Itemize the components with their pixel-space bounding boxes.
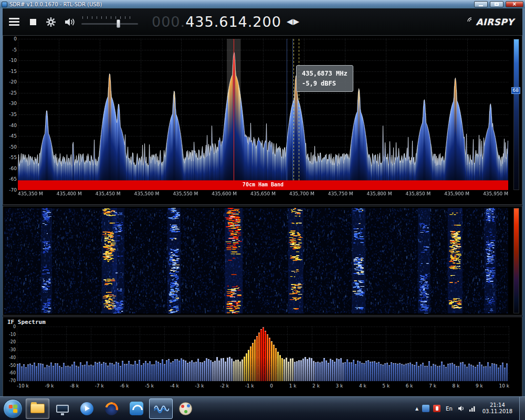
tray-expand-button[interactable]: ▲ — [415, 406, 418, 411]
tick-label: 435,950 M — [483, 191, 508, 196]
tray-app-icon[interactable] — [422, 405, 429, 412]
tick-label: 435,500 M — [134, 191, 160, 196]
tick-label: 5 k — [382, 383, 390, 388]
language-indicator[interactable]: En — [444, 405, 454, 412]
windows-flag-icon — [9, 404, 18, 413]
airspy-arcs-icon — [467, 17, 475, 25]
tune-left-button[interactable]: ◀ — [287, 18, 293, 26]
system-tray: ▲ En 21:14 03.11.2018 — [415, 397, 525, 420]
media-player-icon — [80, 402, 93, 415]
tick-label: -55 — [9, 155, 17, 160]
close-icon: × — [512, 2, 517, 7]
tick-label: -70 — [9, 187, 17, 193]
cursor-tooltip: 435,6873 MHz -5,9 dBFS — [296, 65, 353, 92]
tooltip-frequency: 435,6873 MHz — [302, 69, 348, 79]
start-button[interactable] — [3, 399, 23, 418]
taskbar-item-paint[interactable] — [174, 398, 197, 419]
tick-label: 0 — [270, 383, 273, 388]
tick-label: 7 k — [429, 383, 436, 388]
volume-slider-track — [81, 23, 138, 25]
frequency-display[interactable]: 000.435.614.200 — [152, 14, 281, 30]
tick-label: -45 — [9, 133, 17, 139]
taskbar-item-computer[interactable] — [50, 398, 74, 419]
tick-label: -15 — [9, 69, 17, 74]
settings-gear-icon[interactable] — [46, 17, 56, 27]
volume-slider-thumb[interactable] — [117, 19, 120, 28]
volume-slider[interactable] — [81, 15, 138, 29]
tick-label: -3 k — [195, 383, 204, 388]
spectrum-range-slider[interactable] — [513, 39, 519, 190]
tick-label: -7 k — [95, 383, 104, 388]
browser-icon — [105, 402, 118, 415]
taskbar-item-media-player[interactable] — [75, 398, 99, 419]
tick-label: -60 — [9, 371, 16, 375]
taskbar-clock[interactable]: 21:14 03.11.2018 — [479, 402, 516, 415]
taskbar-item-browser[interactable] — [100, 398, 123, 419]
tick-label: -35 — [9, 112, 17, 117]
tick-label: 10 k — [499, 383, 509, 388]
tick-label: 435,800 M — [367, 191, 392, 196]
tray-alert-icon[interactable] — [433, 405, 440, 412]
tick-label: 0 — [14, 36, 17, 41]
tick-label: 3 k — [335, 383, 343, 388]
tick-label: -60 — [9, 166, 17, 171]
tick-label: -2 k — [220, 383, 229, 388]
tick-label: -70 — [9, 379, 16, 383]
tick-label: 2 k — [312, 383, 320, 388]
show-desktop-button[interactable] — [519, 397, 525, 420]
frequency-value: 435.614.200 — [185, 14, 281, 30]
tick-label: 4 k — [359, 383, 366, 388]
waterfall-intensity-slider[interactable] — [513, 208, 519, 313]
tick-label: -9 k — [45, 383, 54, 388]
tick-label: 435,700 M — [289, 191, 314, 196]
tick-label: -65 — [9, 176, 17, 182]
tick-label: -30 — [9, 348, 16, 352]
airspy-logo-text: AIRSPY — [476, 17, 514, 27]
tray-network-icon[interactable] — [469, 406, 476, 412]
rf-db-axis: 0-5-10-15-20-25-30-35-40-45-50-55-60-65-… — [4, 36, 17, 193]
minimize-button[interactable] — [474, 1, 488, 7]
folder-icon — [30, 404, 45, 413]
tick-label: -5 k — [145, 383, 154, 388]
taskbar-item-explorer[interactable] — [26, 398, 49, 419]
tick-label: -6 k — [120, 383, 129, 388]
tick-label: 435,450 M — [96, 191, 121, 196]
tick-label: -40 — [9, 123, 17, 128]
waterfall-display[interactable] — [4, 208, 508, 313]
tick-label: -5 — [12, 47, 17, 52]
tune-step-buttons: ◀ ▶ — [287, 18, 299, 26]
tick-label: 435,400 M — [57, 191, 82, 196]
rf-spectrum-panel: 0-5-10-15-20-25-30-35-40-45-50-55-60-65-… — [3, 35, 522, 205]
frequency-prefix: 000. — [152, 14, 185, 30]
taskbar: ▲ En 21:14 03.11.2018 — [0, 396, 525, 420]
tick-label: 435,600 M — [212, 191, 237, 196]
volume-slider-ticks — [82, 16, 130, 19]
tray-volume-icon[interactable] — [458, 405, 465, 412]
tick-label: -50 — [9, 363, 16, 368]
monitor-icon — [56, 405, 69, 413]
tick-label: 435,350 M — [18, 191, 43, 196]
tick-label: 9 k — [476, 383, 483, 388]
window-frame-right — [522, 8, 525, 396]
tick-label: 435,650 M — [250, 191, 276, 196]
volume-speaker-icon[interactable] — [65, 17, 76, 27]
maximize-button[interactable] — [490, 1, 503, 7]
minimize-icon — [479, 5, 483, 6]
rf-spectrum-display[interactable] — [18, 39, 508, 190]
tune-right-button[interactable]: ▶ — [293, 18, 299, 26]
menu-button[interactable] — [9, 18, 19, 26]
tick-label: 435,850 M — [405, 191, 430, 196]
tick-label: -1 k — [245, 383, 254, 388]
title-bar: SDR# v1.0.0.1670 - RTL-SDR (USB) × — [0, 0, 525, 8]
stop-button[interactable] — [30, 19, 36, 25]
tick-label: -30 — [9, 101, 17, 106]
app-icon — [2, 2, 7, 7]
close-button[interactable]: × — [506, 1, 523, 7]
taskbar-item-maxthon[interactable] — [124, 398, 148, 419]
waterfall-panel — [3, 206, 522, 316]
taskbar-item-sdrsharp[interactable] — [149, 398, 173, 419]
maximize-icon — [495, 3, 499, 6]
tick-label: 8 k — [453, 383, 460, 388]
tick-label: 1 k — [289, 383, 297, 388]
if-spectrum-display — [17, 327, 509, 381]
